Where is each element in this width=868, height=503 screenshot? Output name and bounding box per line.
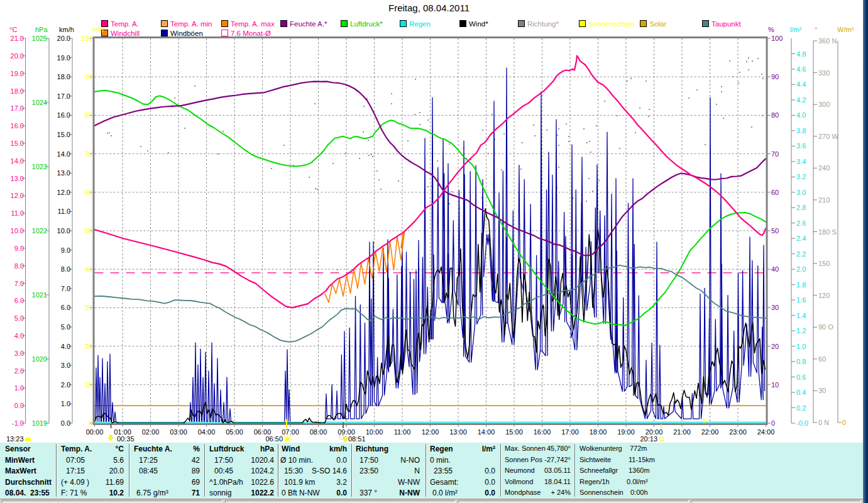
svg-text:10: 10 — [85, 381, 92, 389]
svg-text:50: 50 — [85, 227, 92, 235]
svg-text:330: 330 — [818, 69, 830, 77]
svg-text:13:23: 13:23 — [6, 435, 24, 443]
svg-text:2.2: 2.2 — [796, 250, 806, 258]
svg-text:19.0: 19.0 — [11, 70, 24, 77]
svg-text:12.0: 12.0 — [57, 189, 70, 196]
svg-text:11.0: 11.0 — [11, 209, 24, 217]
svg-text:20:13: 20:13 — [640, 435, 657, 443]
svg-text:16.0: 16.0 — [11, 122, 24, 130]
svg-text:1022: 1022 — [32, 227, 47, 235]
svg-text:-1.0: -1.0 — [12, 419, 24, 427]
svg-text:-0.0: -0.0 — [796, 419, 808, 427]
svg-text:90: 90 — [771, 73, 779, 80]
svg-text:20.0: 20.0 — [11, 52, 24, 60]
svg-text:22:00: 22:00 — [701, 428, 719, 436]
svg-text:3.0: 3.0 — [14, 350, 24, 357]
svg-text:3.0: 3.0 — [796, 189, 806, 196]
svg-text:13.0: 13.0 — [57, 169, 70, 177]
svg-text:0.4: 0.4 — [796, 389, 806, 396]
svg-text:20.0: 20.0 — [57, 35, 70, 42]
svg-text:20: 20 — [85, 343, 92, 350]
svg-text:1021: 1021 — [32, 291, 47, 299]
svg-text:300: 300 — [818, 101, 830, 108]
svg-text:19:00: 19:00 — [617, 428, 635, 436]
svg-text:0.0: 0.0 — [14, 402, 24, 409]
svg-text:1020: 1020 — [32, 355, 47, 363]
svg-text:4.6: 4.6 — [796, 65, 806, 73]
svg-text:150: 150 — [818, 260, 830, 267]
svg-text:km/h: km/h — [59, 26, 74, 33]
svg-text:1.6: 1.6 — [796, 296, 806, 304]
svg-text:7.0: 7.0 — [14, 280, 24, 287]
svg-text:90: 90 — [85, 73, 92, 80]
svg-text:70: 70 — [771, 150, 779, 158]
svg-text:5.0: 5.0 — [61, 323, 70, 331]
svg-text:30: 30 — [818, 387, 826, 394]
svg-text:1.4: 1.4 — [796, 312, 806, 319]
svg-text:60: 60 — [771, 189, 779, 196]
svg-text:100: 100 — [771, 35, 783, 42]
svg-text:03:00: 03:00 — [170, 428, 187, 436]
svg-text:14:00: 14:00 — [478, 428, 495, 436]
svg-text:10:00: 10:00 — [366, 428, 383, 436]
svg-text:30: 30 — [771, 304, 779, 311]
svg-text:1.0: 1.0 — [14, 384, 24, 392]
svg-text:l/m²: l/m² — [790, 26, 802, 33]
svg-text:23:00: 23:00 — [729, 428, 747, 436]
svg-text:1.8: 1.8 — [796, 281, 806, 289]
svg-text:4.0: 4.0 — [796, 111, 806, 119]
svg-text:17.0: 17.0 — [11, 104, 24, 112]
svg-text:13.0: 13.0 — [11, 175, 24, 182]
svg-text:270 W: 270 W — [818, 133, 838, 140]
svg-text:100: 100 — [81, 35, 92, 42]
svg-text:1025: 1025 — [32, 35, 47, 42]
svg-text:5.0: 5.0 — [14, 314, 24, 322]
svg-text:10.0: 10.0 — [11, 227, 24, 235]
svg-text:06:50: 06:50 — [265, 435, 283, 443]
svg-text:20: 20 — [771, 343, 779, 350]
svg-text:1.0: 1.0 — [61, 400, 70, 407]
svg-text:70: 70 — [85, 150, 92, 158]
svg-text:30: 30 — [85, 304, 92, 311]
svg-text:11.0: 11.0 — [57, 207, 70, 215]
svg-text:19.0: 19.0 — [57, 54, 70, 62]
svg-text:6.0: 6.0 — [14, 297, 24, 304]
svg-text:17:00: 17:00 — [561, 428, 579, 436]
svg-text:08:00: 08:00 — [310, 428, 327, 436]
svg-text:7.0: 7.0 — [61, 285, 70, 292]
svg-text:40: 40 — [85, 265, 92, 273]
svg-text:16.0: 16.0 — [57, 111, 70, 119]
svg-text:°: ° — [815, 26, 817, 33]
svg-text:80: 80 — [85, 111, 92, 119]
svg-text:0.0: 0.0 — [61, 419, 70, 427]
svg-text:21:00: 21:00 — [673, 428, 691, 436]
svg-text:12.0: 12.0 — [11, 192, 24, 199]
svg-text:3.2: 3.2 — [796, 173, 806, 180]
svg-text:2.0: 2.0 — [14, 367, 24, 375]
svg-text:3.0: 3.0 — [61, 362, 70, 369]
svg-text:180 S: 180 S — [818, 228, 837, 236]
svg-text:13:00: 13:00 — [449, 428, 467, 436]
svg-text:10: 10 — [771, 381, 779, 389]
svg-text:80: 80 — [771, 111, 779, 119]
svg-text:2.6: 2.6 — [796, 219, 806, 227]
svg-text:8.0: 8.0 — [61, 265, 70, 273]
svg-text:0.8: 0.8 — [796, 358, 806, 365]
svg-text:0: 0 — [89, 419, 92, 427]
svg-text:0.2: 0.2 — [796, 404, 806, 412]
svg-text:2.8: 2.8 — [796, 204, 806, 211]
svg-text:11:00: 11:00 — [394, 428, 411, 436]
svg-text:18:00: 18:00 — [590, 428, 607, 436]
svg-text:18.0: 18.0 — [11, 87, 24, 95]
svg-text:4.2: 4.2 — [796, 96, 806, 104]
svg-text:0: 0 — [771, 419, 775, 427]
svg-text:16:00: 16:00 — [534, 428, 551, 436]
svg-text:0 N: 0 N — [818, 419, 829, 426]
svg-text:00:35: 00:35 — [117, 435, 135, 443]
svg-text:4.0: 4.0 — [14, 332, 24, 340]
svg-text:0: 0 — [842, 419, 846, 426]
svg-text:10.0: 10.0 — [57, 227, 70, 235]
svg-text:15.0: 15.0 — [57, 131, 70, 138]
svg-text:2.0: 2.0 — [796, 265, 806, 273]
svg-text:05:00: 05:00 — [226, 428, 243, 436]
